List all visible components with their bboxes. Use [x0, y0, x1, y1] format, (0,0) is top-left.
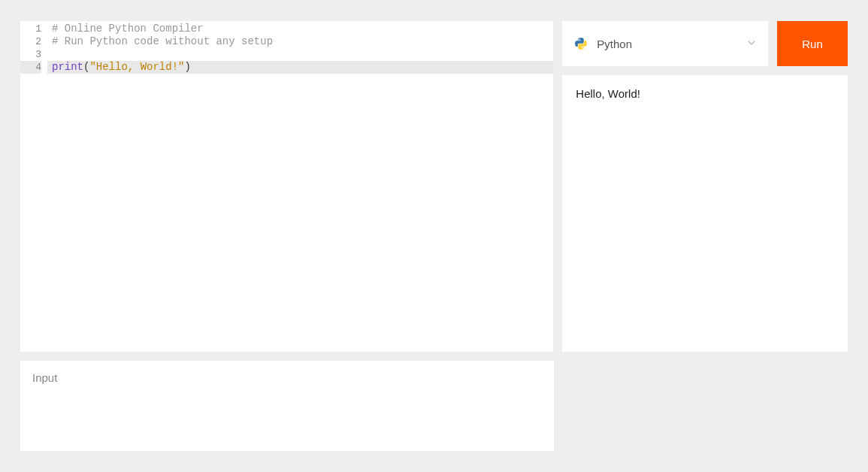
code-line[interactable]: # Run Python code without any setup [47, 35, 553, 48]
output-text: Hello, World! [576, 87, 834, 100]
code-line[interactable]: print("Hello, World!") [47, 61, 553, 74]
code-line[interactable] [47, 48, 553, 61]
line-gutter: 1234 [20, 21, 47, 352]
language-label: Python [597, 38, 747, 50]
line-number: 3 [20, 48, 41, 61]
run-button[interactable]: Run [777, 21, 848, 66]
input-label: Input [32, 371, 542, 384]
code-token: print [52, 61, 83, 73]
line-number: 2 [20, 35, 41, 48]
code-token: "Hello, World!" [89, 61, 184, 73]
code-editor[interactable]: 1234 # Online Python Compiler# Run Pytho… [20, 21, 553, 352]
line-number: 1 [20, 23, 41, 35]
code-area[interactable]: # Online Python Compiler# Run Python cod… [47, 21, 553, 352]
output-panel: Hello, World! [562, 75, 848, 352]
python-icon [574, 37, 588, 50]
language-selector[interactable]: Python [562, 21, 768, 66]
input-panel[interactable]: Input [20, 361, 554, 451]
code-token: # Online Python Compiler [52, 23, 204, 35]
chevron-down-icon [747, 38, 756, 50]
run-button-label: Run [802, 38, 823, 50]
code-token: ) [184, 61, 190, 73]
code-token: # Run Python code without any setup [52, 35, 273, 47]
line-number: 4 [20, 61, 41, 74]
code-line[interactable]: # Online Python Compiler [47, 23, 553, 35]
